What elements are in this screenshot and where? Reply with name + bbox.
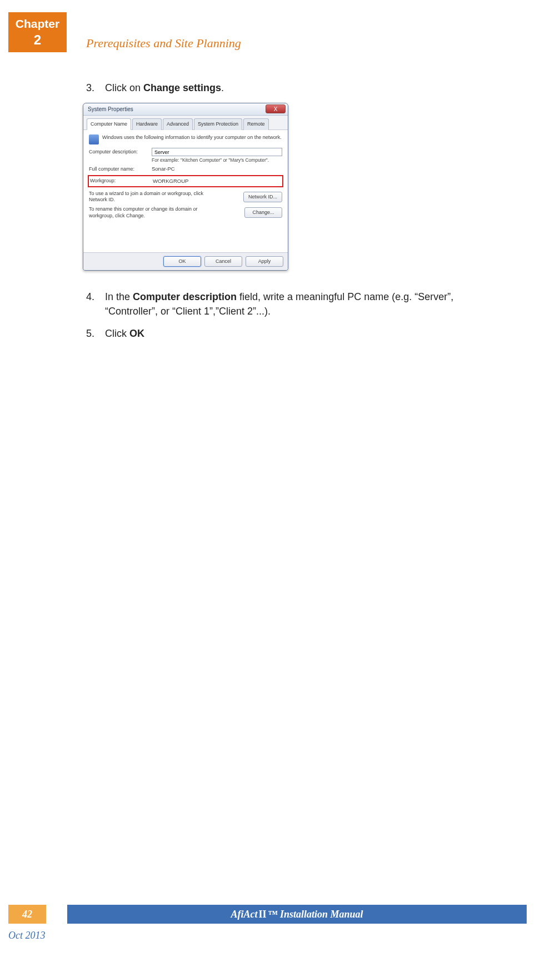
dialog-button-bar: OK Cancel Apply	[83, 252, 288, 270]
step-5: 5. Click OK	[86, 326, 497, 341]
dialog-titlebar: System Properties X	[83, 103, 288, 116]
footer-date: Oct 2013	[8, 930, 46, 941]
chapter-label: Chapter	[16, 16, 59, 31]
page-content: 3. Click on Change settings. System Prop…	[86, 81, 497, 348]
cancel-button[interactable]: Cancel	[204, 256, 242, 267]
manual-pre: AfiAct	[231, 909, 257, 920]
apply-button[interactable]: Apply	[246, 256, 283, 267]
wizard-text: To use a wizard to join a domain or work…	[89, 191, 217, 203]
tab-advanced[interactable]: Advanced	[163, 118, 193, 130]
step-3: 3. Click on Change settings.	[86, 81, 497, 95]
workgroup-highlight: Workgroup: WORKGROUP	[88, 175, 283, 187]
page-footer: 42 AfiAct II ™ Installation Manual	[8, 905, 527, 924]
dialog-title: System Properties	[88, 106, 133, 112]
dialog-tabs: Computer Name Hardware Advanced System P…	[83, 116, 288, 130]
step-number: 3.	[86, 81, 94, 95]
step-text-pre: Click	[105, 328, 129, 339]
computer-description-input[interactable]	[152, 148, 282, 156]
manual-post: ™ Installation Manual	[267, 909, 363, 920]
desc-example: For example: "Kitchen Computer" or "Mary…	[152, 157, 282, 163]
chapter-tab: Chapter 2	[8, 12, 67, 52]
network-id-button[interactable]: Network ID...	[243, 192, 282, 202]
desc-label: Computer description:	[89, 148, 147, 156]
step-text-bold: OK	[129, 328, 144, 339]
chapter-number: 2	[34, 31, 41, 48]
tab-remote[interactable]: Remote	[243, 118, 269, 130]
page-number: 42	[8, 905, 46, 924]
change-button[interactable]: Change...	[244, 207, 282, 218]
rename-text: To rename this computer or change its do…	[89, 206, 217, 219]
system-properties-dialog: System Properties X Computer Name Hardwa…	[83, 103, 288, 271]
fullname-value: Sonar-PC	[152, 165, 175, 173]
workgroup-value: WORKGROUP	[153, 177, 188, 185]
ok-button[interactable]: OK	[163, 256, 201, 267]
step-text-pre: In the	[105, 291, 133, 302]
step-text-post: .	[221, 82, 224, 93]
tab-computer-name[interactable]: Computer Name	[87, 118, 131, 130]
step-number: 5.	[86, 326, 94, 341]
tab-system-protection[interactable]: System Protection	[194, 118, 242, 130]
tab-hardware[interactable]: Hardware	[132, 118, 162, 130]
step-4: 4. In the Computer description field, wr…	[86, 290, 497, 318]
manual-title-bar: AfiAct II ™ Installation Manual	[67, 905, 527, 924]
workgroup-label: Workgroup:	[90, 177, 148, 185]
step-text-bold: Computer description	[133, 291, 237, 302]
dialog-info-text: Windows uses the following information t…	[102, 134, 282, 144]
close-icon[interactable]: X	[266, 104, 286, 113]
manual-roman: II	[257, 909, 267, 920]
dialog-body: Windows uses the following information t…	[83, 130, 288, 252]
step-text-bold: Change settings	[143, 82, 221, 93]
step-text-pre: Click on	[105, 82, 143, 93]
fullname-label: Full computer name:	[89, 166, 147, 173]
computer-icon	[89, 134, 99, 144]
step-number: 4.	[86, 290, 94, 304]
section-title: Prerequisites and Site Planning	[86, 36, 241, 51]
